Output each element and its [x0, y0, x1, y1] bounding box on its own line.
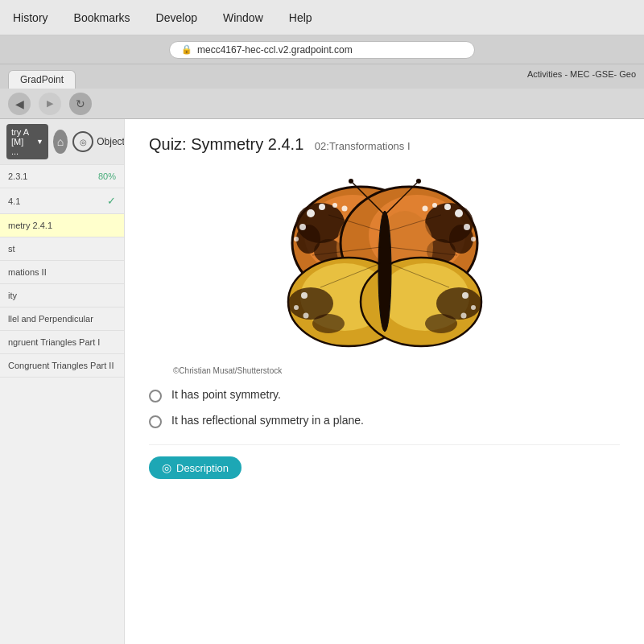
url-bar[interactable]: 🔒 mecc4167-hec-ccl.v2.gradpoint.com — [169, 41, 475, 59]
svg-point-8 — [341, 206, 347, 212]
browser-content: try A [M] ... ▼ ⌂ ◎ Objectives 2.3.1 80%… — [0, 119, 644, 644]
svg-point-18 — [444, 204, 451, 210]
image-credit: ©Christian Musat/Shutterstock — [149, 366, 620, 375]
sidebar-item-parallel[interactable]: llel and Perpendicular — [0, 308, 124, 331]
course-dropdown[interactable]: try A [M] ... ▼ — [6, 124, 48, 159]
answer-text-2: It has reflectional symmetry in a plane. — [171, 414, 364, 427]
sidebar-item-label: ity — [8, 291, 17, 300]
sidebar-item-label: mations II — [8, 267, 47, 277]
tab-gradpoint[interactable]: GradPoint — [8, 70, 76, 89]
main-content: Quiz: Symmetry 2.4.1 02:Transformations … — [125, 119, 644, 644]
menu-bookmarks[interactable]: Bookmarks — [69, 8, 135, 27]
sidebar-item-check: ✓ — [107, 195, 116, 207]
answer-option-1: It has point symmetry. — [149, 388, 620, 402]
svg-point-4 — [296, 225, 320, 254]
svg-point-34 — [425, 314, 457, 333]
answer-text-1: It has point symmetry. — [171, 388, 281, 401]
svg-point-9 — [299, 224, 306, 230]
menu-history[interactable]: History — [8, 8, 53, 27]
radio-button-2[interactable] — [149, 415, 162, 428]
svg-point-40 — [349, 179, 353, 184]
svg-point-35 — [462, 292, 469, 299]
sidebar-item-label: metry 2.4.1 — [8, 221, 52, 230]
sidebar-item-41[interactable]: 4.1 ✓ — [0, 188, 124, 214]
url-bar-area: 🔒 mecc4167-hec-ccl.v2.gradpoint.com — [0, 35, 644, 64]
svg-point-21 — [464, 224, 470, 230]
svg-point-19 — [432, 203, 437, 208]
svg-point-37 — [460, 313, 466, 319]
sidebar-item-st[interactable]: st — [0, 237, 124, 261]
course-dropdown-arrow: ▼ — [36, 138, 43, 146]
svg-point-42 — [416, 179, 421, 184]
back-button[interactable]: ◀ — [8, 93, 31, 115]
home-button[interactable]: ⌂ — [53, 130, 68, 154]
radio-button-1[interactable] — [149, 390, 162, 402]
description-icon: ◎ — [162, 461, 171, 474]
sidebar-list: 2.3.1 80% 4.1 ✓ metry 2.4.1 st mations I… — [0, 165, 124, 635]
svg-point-20 — [422, 206, 427, 212]
description-label: Description — [176, 462, 229, 474]
sidebar-item-231[interactable]: 2.3.1 80% — [0, 165, 124, 188]
tab-activities-label: Activities - MEC -GSE- Geo — [527, 69, 636, 79]
menu-develop[interactable]: Develop — [151, 8, 202, 27]
butterfly-image — [264, 167, 506, 360]
forward-button[interactable]: ▶ — [39, 93, 61, 115]
svg-point-38 — [378, 211, 391, 332]
menu-bar: History Bookmarks Develop Window Help — [0, 0, 644, 35]
svg-point-16 — [449, 225, 473, 254]
browser-nav: ◀ ▶ ↻ — [0, 89, 644, 119]
sidebar-nav: try A [M] ... ▼ ⌂ ◎ Objectives — [0, 119, 124, 165]
quiz-title-text: Quiz: Symmetry 2.4.1 — [149, 135, 303, 153]
sidebar-item-score: 80% — [98, 171, 116, 181]
svg-point-10 — [294, 237, 299, 242]
svg-point-5 — [307, 209, 315, 217]
sidebar-item-label: 4.1 — [8, 196, 20, 206]
url-text: mecc4167-hec-ccl.v2.gradpoint.com — [197, 44, 353, 56]
sidebar-item-triangles1[interactable]: ngruent Triangles Part I — [0, 331, 124, 354]
sidebar-top: try A [M] ... ▼ ⌂ ◎ Objectives — [6, 124, 125, 159]
sidebar-item-mations2[interactable]: mations II — [0, 261, 124, 284]
sidebar-item-symmetry241[interactable]: metry 2.4.1 — [0, 214, 124, 237]
refresh-button[interactable]: ↻ — [69, 93, 92, 115]
svg-point-36 — [471, 305, 476, 310]
sidebar-item-label: Congruent Triangles Part II — [8, 361, 114, 370]
objectives-button[interactable]: ◎ Objectives — [72, 131, 125, 152]
svg-point-7 — [332, 203, 337, 208]
lock-icon: 🔒 — [181, 44, 192, 55]
sidebar-item-label: 2.3.1 — [8, 171, 27, 181]
sidebar-item-label: st — [8, 244, 15, 254]
sidebar-item-ity[interactable]: ity — [0, 284, 124, 308]
svg-point-28 — [301, 292, 308, 299]
menu-help[interactable]: Help — [284, 8, 317, 27]
quiz-subtitle: 02:Transformations I — [315, 140, 411, 152]
home-icon: ⌂ — [57, 135, 64, 148]
butterfly-image-container — [149, 167, 620, 360]
course-title: try A [M] ... — [11, 127, 33, 156]
svg-point-30 — [303, 313, 308, 319]
svg-point-27 — [312, 314, 345, 333]
menu-window[interactable]: Window — [218, 8, 268, 27]
sidebar-item-label: llel and Perpendicular — [8, 314, 93, 324]
description-button[interactable]: ◎ Description — [149, 456, 242, 479]
objectives-circle-icon: ◎ — [72, 131, 93, 152]
svg-point-17 — [455, 209, 463, 217]
tab-bar: GradPoint Activities - MEC -GSE- Geo — [0, 64, 644, 89]
answer-option-2: It has reflectional symmetry in a plane. — [149, 414, 620, 428]
bottom-bar: ◎ Description — [149, 444, 620, 479]
svg-point-29 — [294, 305, 299, 310]
svg-point-22 — [471, 237, 476, 242]
sidebar: try A [M] ... ▼ ⌂ ◎ Objectives 2.3.1 80%… — [0, 119, 125, 644]
quiz-title: Quiz: Symmetry 2.4.1 02:Transformations … — [149, 135, 620, 154]
svg-point-6 — [319, 204, 325, 210]
sidebar-item-label: ngruent Triangles Part I — [8, 337, 100, 347]
sidebar-item-triangles2[interactable]: Congruent Triangles Part II — [0, 354, 124, 378]
objectives-label: Objectives — [97, 136, 125, 147]
